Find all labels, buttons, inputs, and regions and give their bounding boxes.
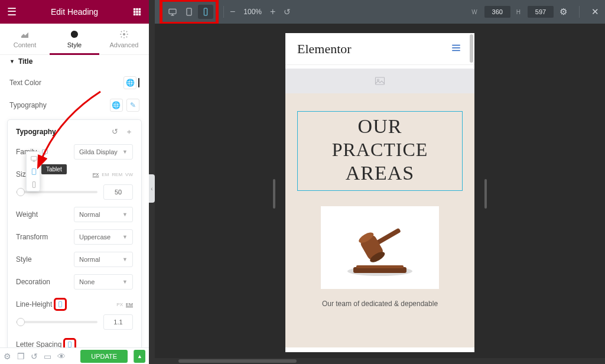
mobile-preview: Elementor OUR PRACTICE AREAS bbox=[285, 33, 474, 352]
preview-resize-left[interactable] bbox=[273, 179, 275, 209]
responsive-device-popover bbox=[26, 151, 40, 191]
line-height-row: Line-Height PX EM bbox=[16, 299, 133, 310]
hero-section: OUR PRACTICE AREAS Our team of d bbox=[285, 93, 474, 347]
svg-rect-13 bbox=[59, 302, 62, 307]
menu-toggle-button[interactable]: ☰ bbox=[0, 0, 24, 24]
size-slider-thumb[interactable] bbox=[17, 188, 25, 196]
zoom-out-button[interactable]: − bbox=[230, 6, 235, 17]
line-height-value[interactable]: 1.1 bbox=[103, 314, 133, 330]
line-height-responsive-icon[interactable] bbox=[55, 299, 66, 310]
line-height-slider: 1.1 bbox=[16, 314, 133, 330]
style-select[interactable]: Normal▼ bbox=[74, 252, 133, 267]
family-select[interactable]: Gilda Display ▼ bbox=[74, 144, 133, 160]
preview-icon[interactable]: 👁 bbox=[57, 352, 66, 361]
preview-resize-right[interactable] bbox=[484, 179, 487, 209]
svg-rect-18 bbox=[169, 9, 176, 14]
width-input[interactable]: 360 bbox=[484, 6, 510, 18]
panel-scroll: ▼ Title Text Color 🌐 Typography 🌐 ✎ Typo… bbox=[0, 49, 149, 347]
heading-line-3: AREAS bbox=[300, 162, 460, 184]
editor-panel: ☰ Edit Heading Content Style Advanced ▼ … bbox=[0, 0, 149, 364]
weight-row: Weight Normal▼ bbox=[16, 207, 133, 222]
responsive-icon[interactable] bbox=[40, 147, 50, 157]
height-input[interactable]: 597 bbox=[528, 6, 554, 18]
font-style-label: Style bbox=[16, 255, 32, 264]
transform-select[interactable]: Uppercase▼ bbox=[74, 229, 133, 245]
typography-popover-title: Typography bbox=[16, 128, 56, 136]
svg-rect-0 bbox=[134, 8, 136, 11]
line-height-units[interactable]: PX EM bbox=[116, 302, 133, 307]
preview-scrollbar[interactable] bbox=[470, 34, 473, 63]
update-dropdown[interactable]: ▲ bbox=[134, 350, 145, 363]
breakpoint-settings-icon[interactable]: ⚙ bbox=[560, 6, 567, 17]
device-tablet[interactable] bbox=[181, 5, 197, 19]
decoration-label: Decoration bbox=[16, 278, 50, 286]
size-units[interactable]: PX EM REM VW bbox=[93, 172, 133, 177]
device-desktop-option[interactable] bbox=[27, 152, 41, 165]
heading-line-1: OUR bbox=[300, 115, 460, 138]
widgets-button[interactable] bbox=[125, 0, 149, 24]
svg-point-10 bbox=[123, 33, 125, 35]
gavel-image[interactable] bbox=[321, 206, 439, 289]
svg-rect-3 bbox=[134, 11, 136, 13]
chevron-down-icon: ▼ bbox=[122, 212, 128, 217]
navigator-icon[interactable]: ❐ bbox=[17, 352, 25, 361]
reset-button[interactable]: ↺ bbox=[112, 127, 118, 136]
close-responsive-button[interactable]: ✕ bbox=[591, 6, 599, 17]
svg-rect-1 bbox=[136, 8, 138, 11]
add-button[interactable]: ＋ bbox=[125, 127, 133, 136]
tagline-text: Our team of dedicated & dependable bbox=[285, 300, 474, 308]
decoration-row: Decoration None▼ bbox=[16, 274, 133, 290]
globe-icon[interactable]: 🌐 bbox=[110, 99, 123, 112]
globe-icon[interactable]: 🌐 bbox=[123, 76, 136, 89]
transform-row: Transform Uppercase▼ bbox=[16, 229, 133, 245]
edit-typography-button[interactable]: ✎ bbox=[126, 99, 139, 112]
svg-rect-15 bbox=[31, 156, 37, 160]
responsive-topbar: − 100% + ↺ W 360 H 597 ⚙ ✕ bbox=[155, 0, 605, 24]
size-value[interactable]: 50 bbox=[103, 184, 133, 200]
canvas-h-scrollbar[interactable] bbox=[155, 358, 605, 364]
device-desktop[interactable] bbox=[165, 5, 180, 19]
svg-rect-5 bbox=[139, 11, 141, 13]
svg-rect-7 bbox=[136, 14, 138, 16]
svg-rect-16 bbox=[32, 168, 36, 174]
text-color-swatch[interactable] bbox=[138, 78, 139, 87]
panel-resize-handle[interactable]: ‹ bbox=[149, 174, 155, 203]
svg-rect-20 bbox=[204, 8, 207, 15]
svg-rect-25 bbox=[356, 265, 404, 268]
device-mobile-option[interactable] bbox=[27, 178, 41, 191]
svg-rect-8 bbox=[139, 14, 141, 16]
style-row: Style Normal▼ bbox=[16, 252, 133, 267]
preview-canvas: Elementor OUR PRACTICE AREAS bbox=[155, 24, 605, 364]
update-button[interactable]: UPDATE bbox=[80, 350, 128, 363]
line-height-slider-track[interactable] bbox=[16, 321, 97, 323]
tab-advanced-label: Advanced bbox=[110, 41, 139, 48]
heading-widget[interactable]: OUR PRACTICE AREAS bbox=[297, 111, 463, 191]
history-icon[interactable]: ↺ bbox=[31, 352, 38, 361]
chevron-down-icon: ▼ bbox=[122, 279, 128, 285]
line-height-slider-thumb[interactable] bbox=[17, 318, 25, 326]
settings-icon[interactable]: ⚙ bbox=[4, 352, 11, 361]
section-title[interactable]: ▼ Title bbox=[7, 49, 142, 72]
site-logo[interactable]: Elementor bbox=[297, 41, 352, 57]
height-label: H bbox=[516, 9, 521, 15]
tab-content-label: Content bbox=[14, 41, 37, 48]
responsive-mode-icon[interactable]: ▭ bbox=[44, 352, 51, 361]
text-color-row: Text Color 🌐 bbox=[7, 72, 142, 94]
weight-select[interactable]: Normal▼ bbox=[74, 207, 133, 222]
chevron-down-icon: ▼ bbox=[122, 149, 128, 155]
device-mobile[interactable] bbox=[198, 5, 213, 19]
site-header: Elementor bbox=[285, 33, 474, 65]
typography-label: Typography bbox=[9, 101, 47, 109]
chevron-down-icon: ▼ bbox=[122, 234, 128, 240]
svg-rect-4 bbox=[136, 11, 138, 13]
decoration-select[interactable]: None▼ bbox=[74, 274, 133, 290]
svg-rect-17 bbox=[32, 181, 35, 187]
image-placeholder[interactable] bbox=[285, 69, 474, 93]
caret-down-icon: ▼ bbox=[9, 58, 15, 64]
mobile-menu-button[interactable] bbox=[450, 43, 463, 56]
zoom-reset-button[interactable]: ↺ bbox=[284, 7, 291, 17]
letter-spacing-responsive-icon[interactable] bbox=[64, 339, 75, 347]
line-height-label: Line-Height bbox=[16, 300, 52, 308]
zoom-in-button[interactable]: + bbox=[270, 6, 275, 17]
svg-rect-11 bbox=[43, 150, 48, 154]
